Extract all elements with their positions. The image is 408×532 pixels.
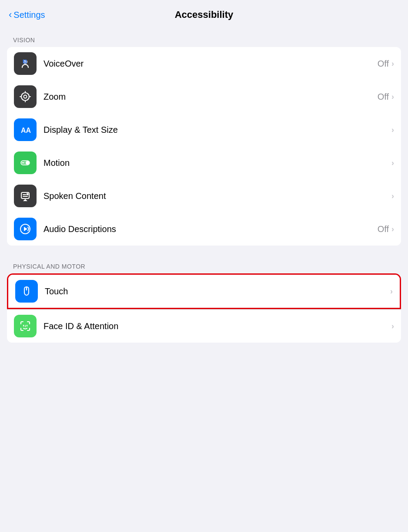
voiceover-chevron-icon: › bbox=[391, 59, 394, 68]
face-id-label: Face ID & Attention bbox=[43, 321, 118, 331]
touch-row-right: › bbox=[388, 287, 393, 296]
spoken-content-row[interactable]: " Spoken Content › bbox=[7, 179, 401, 212]
face-id-row-right: › bbox=[389, 322, 394, 331]
motion-row-right: › bbox=[389, 158, 394, 168]
spoken-content-label: Spoken Content bbox=[43, 191, 106, 201]
section-label-physical: PHYSICAL AND MOTOR bbox=[0, 254, 408, 273]
svg-point-3 bbox=[21, 93, 29, 101]
motion-chevron-icon: › bbox=[391, 158, 394, 168]
touch-label: Touch bbox=[45, 286, 68, 296]
back-button[interactable]: ‹ Settings bbox=[9, 10, 45, 20]
display-text-size-chevron-icon: › bbox=[391, 125, 394, 135]
voiceover-label: VoiceOver bbox=[43, 59, 84, 69]
motion-row[interactable]: Motion › bbox=[7, 146, 401, 179]
display-text-size-row[interactable]: AA Display & Text Size › bbox=[7, 113, 401, 146]
display-text-size-row-content: Display & Text Size › bbox=[43, 125, 394, 135]
navigation-header: ‹ Settings Accessibility bbox=[0, 0, 408, 28]
spoken-content-row-content: Spoken Content › bbox=[43, 191, 394, 201]
svg-text:♿: ♿ bbox=[23, 59, 27, 64]
motion-icon bbox=[14, 152, 37, 174]
zoom-row-content: Zoom Off › bbox=[43, 92, 394, 102]
display-text-size-label: Display & Text Size bbox=[43, 125, 118, 135]
motion-label: Motion bbox=[43, 158, 70, 168]
touch-row-content: Touch › bbox=[45, 286, 393, 296]
face-id-icon bbox=[14, 315, 37, 337]
face-id-chevron-icon: › bbox=[391, 322, 394, 331]
audio-descriptions-label: Audio Descriptions bbox=[43, 224, 116, 234]
touch-icon bbox=[15, 280, 38, 303]
section-label-vision: VISION bbox=[0, 28, 408, 47]
back-chevron-icon: ‹ bbox=[9, 10, 12, 20]
face-id-row-content: Face ID & Attention › bbox=[43, 321, 394, 331]
spoken-content-chevron-icon: › bbox=[391, 192, 394, 201]
audio-descriptions-row[interactable]: Audio Descriptions Off › bbox=[7, 212, 401, 246]
vision-settings-group: ♿ VoiceOver Off › Zoom Off bbox=[7, 47, 401, 246]
audio-descriptions-value: Off bbox=[378, 224, 389, 234]
section-spacer-1 bbox=[0, 246, 408, 254]
display-text-size-row-right: › bbox=[389, 125, 394, 135]
zoom-value: Off bbox=[378, 92, 389, 102]
voiceover-value: Off bbox=[378, 59, 389, 69]
voiceover-row-content: VoiceOver Off › bbox=[43, 59, 394, 69]
audio-descriptions-chevron-icon: › bbox=[391, 225, 394, 234]
spoken-content-row-right: › bbox=[389, 192, 394, 201]
zoom-label: Zoom bbox=[43, 92, 66, 102]
zoom-row-right: Off › bbox=[378, 92, 394, 102]
svg-point-12 bbox=[26, 161, 29, 165]
zoom-icon bbox=[14, 85, 37, 108]
spoken-content-icon: " bbox=[14, 185, 37, 207]
voiceover-row[interactable]: ♿ VoiceOver Off › bbox=[7, 47, 401, 80]
audio-descriptions-row-content: Audio Descriptions Off › bbox=[43, 224, 394, 234]
touch-row[interactable]: Touch › bbox=[8, 275, 400, 308]
svg-point-4 bbox=[24, 95, 27, 98]
svg-rect-16 bbox=[23, 196, 28, 197]
page-title: Accessibility bbox=[175, 9, 234, 20]
zoom-row[interactable]: Zoom Off › bbox=[7, 80, 401, 113]
svg-rect-15 bbox=[23, 194, 26, 195]
touch-highlighted-wrapper: Touch › bbox=[7, 273, 401, 309]
voiceover-row-right: Off › bbox=[378, 59, 394, 69]
zoom-chevron-icon: › bbox=[391, 92, 394, 101]
touch-chevron-icon: › bbox=[390, 287, 393, 296]
back-button-label: Settings bbox=[13, 10, 45, 20]
svg-rect-13 bbox=[22, 162, 24, 163]
physical-motor-group-container: Touch › bbox=[7, 273, 401, 343]
audio-descriptions-icon bbox=[14, 218, 37, 240]
face-id-group: Face ID & Attention › bbox=[7, 309, 401, 343]
motion-row-content: Motion › bbox=[43, 158, 394, 168]
svg-text:AA: AA bbox=[21, 127, 31, 134]
audio-descriptions-row-right: Off › bbox=[378, 224, 394, 234]
face-id-row[interactable]: Face ID & Attention › bbox=[7, 310, 401, 343]
display-text-size-icon: AA bbox=[14, 118, 37, 141]
voiceover-icon: ♿ bbox=[14, 52, 37, 75]
